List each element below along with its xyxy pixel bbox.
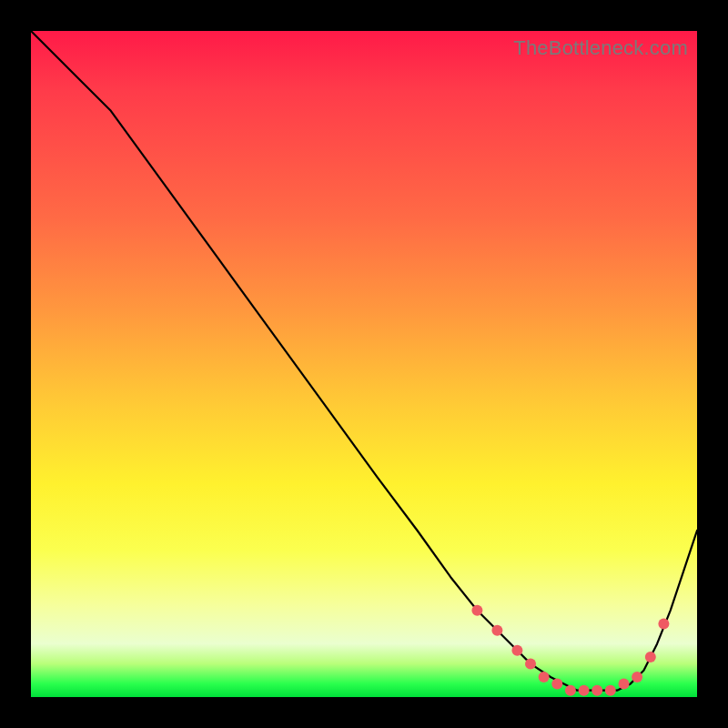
chart-svg <box>31 31 697 697</box>
highlight-point <box>579 685 590 696</box>
highlight-points <box>471 605 669 696</box>
highlight-point <box>619 678 630 689</box>
highlight-point <box>491 625 502 636</box>
highlight-point <box>471 605 482 616</box>
chart-stage: TheBottleneck.com <box>0 0 728 728</box>
highlight-point <box>658 619 669 630</box>
plot-area: TheBottleneck.com <box>31 31 697 697</box>
highlight-point <box>565 685 576 696</box>
curve-path <box>31 31 697 691</box>
highlight-point <box>645 652 656 662</box>
highlight-point <box>511 645 522 656</box>
series-bottleneck-curve <box>31 31 697 696</box>
highlight-point <box>632 672 642 682</box>
highlight-point <box>551 678 562 689</box>
highlight-point <box>605 685 616 696</box>
highlight-point <box>592 685 602 696</box>
highlight-point <box>539 672 550 682</box>
highlight-point <box>525 658 536 669</box>
